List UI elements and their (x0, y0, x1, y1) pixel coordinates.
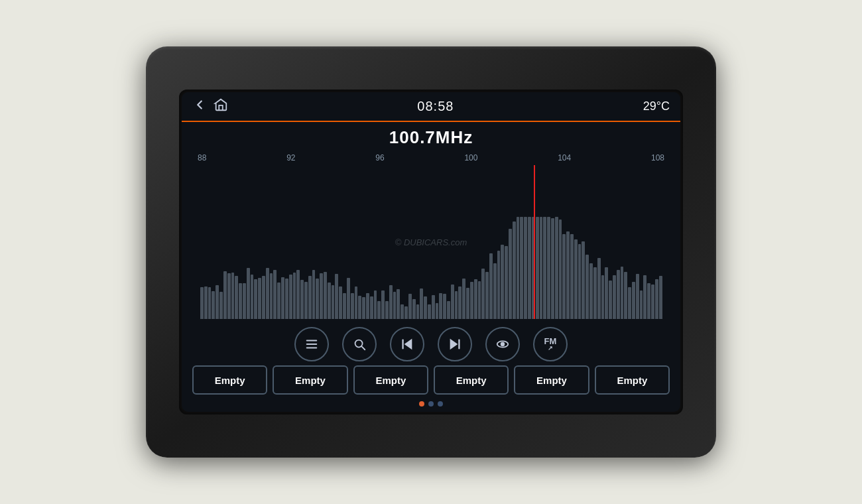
spectrum-bar (324, 272, 327, 319)
spectrum-bar (204, 286, 208, 319)
spectrum-bar (277, 283, 280, 319)
svg-marker-5 (405, 340, 411, 349)
spectrum-bar (547, 217, 550, 319)
spectrum-bar (381, 290, 385, 319)
spectrum-bar (293, 273, 296, 319)
preset-button-6[interactable]: Empty (595, 365, 670, 395)
preset-button-3[interactable]: Empty (353, 365, 428, 395)
tuner-area[interactable]: 88 92 96 100 104 108 © DUBICARS.com (192, 151, 670, 320)
spectrum-bar (339, 286, 342, 319)
page-dot-3[interactable] (438, 401, 443, 407)
spectrum-bar (223, 271, 227, 319)
spectrum-bar (624, 272, 627, 319)
fm-button[interactable]: FM ↗ (533, 327, 568, 361)
spectrum-bar (455, 291, 458, 319)
scale-label-108: 108 (651, 153, 664, 162)
spectrum-bar (513, 221, 516, 319)
header-icons (192, 97, 228, 115)
spectrum-bar (343, 293, 346, 319)
eye-button[interactable] (485, 327, 520, 361)
spectrum-bar (432, 295, 435, 319)
next-track-button[interactable] (438, 327, 472, 361)
spectrum-bar (231, 273, 235, 319)
fm-arrow: ↗ (548, 346, 553, 351)
spectrum-bar (578, 244, 582, 319)
spectrum-bar (551, 218, 554, 319)
spectrum-bar (566, 231, 570, 319)
prev-track-icon (400, 337, 414, 351)
spectrum-bar (366, 293, 369, 319)
spectrum-bar (451, 284, 454, 319)
spectrum-bar (270, 273, 273, 319)
spectrum-bar (643, 275, 646, 319)
preset-button-1[interactable]: Empty (192, 365, 267, 395)
spectrum-bar (216, 285, 219, 319)
spectrum-bar (351, 293, 354, 319)
scale-label-96: 96 (375, 153, 384, 162)
spectrum-bar (347, 278, 350, 319)
spectrum-bar (436, 303, 439, 319)
clock-display: 08:58 (417, 99, 454, 114)
spectrum-bar (585, 255, 589, 319)
spectrum-bar (243, 283, 246, 319)
back-icon[interactable] (192, 97, 207, 115)
spectrum-bar (478, 281, 481, 319)
page-dot-2[interactable] (428, 401, 434, 407)
svg-point-3 (355, 340, 363, 347)
tuner-indicator-line (534, 165, 535, 319)
spectrum-bar (219, 292, 223, 319)
spectrum-bar (400, 304, 404, 319)
preset-button-2[interactable]: Empty (273, 365, 347, 395)
spectrum-bar (574, 239, 578, 319)
header: 08:58 29°C (182, 92, 680, 121)
preset-button-5[interactable]: Empty (514, 365, 589, 395)
spectrum-bar (501, 245, 504, 319)
spectrum-bar (412, 299, 416, 319)
spectrum-bar (304, 282, 308, 319)
spectrum-bar (601, 275, 605, 319)
spectrum-bar (497, 251, 501, 319)
preset-button-4[interactable]: Empty (434, 365, 509, 395)
spectrum-bar (273, 270, 277, 320)
spectrum-bar (485, 272, 489, 319)
spectrum-bar (597, 258, 601, 319)
spectrum-bar (517, 217, 520, 319)
fm-badge: FM ↗ (544, 337, 557, 351)
spectrum-bar (443, 294, 446, 319)
svg-marker-7 (451, 340, 457, 349)
prev-track-button[interactable] (390, 327, 424, 361)
car-bezel: 08:58 29°C 100.7MHz 88 92 96 100 104 108 (146, 46, 716, 458)
spectrum-bar (528, 217, 531, 319)
spectrum-bar (300, 280, 304, 319)
spectrum-bar (562, 234, 566, 319)
page-dot-1[interactable] (419, 401, 424, 407)
back-arrow-svg (192, 97, 207, 112)
spectrum-bar (617, 270, 620, 319)
home-icon[interactable] (214, 97, 228, 115)
menu-button[interactable] (294, 327, 329, 361)
spectrum-bar (621, 267, 624, 319)
search-button[interactable] (342, 327, 377, 361)
spectrum-bar (251, 275, 254, 319)
spectrum-bar (428, 304, 431, 319)
spectrum-bar (312, 270, 316, 319)
spectrum-bar (509, 229, 512, 319)
spectrum-bar (589, 263, 593, 319)
spectrum-bar (439, 293, 442, 319)
scale-label-104: 104 (558, 153, 571, 162)
spectrum-bar (609, 281, 612, 319)
spectrum-bar (520, 217, 523, 319)
svg-line-4 (362, 347, 365, 350)
spectrum-bar (335, 274, 338, 319)
spectrum-bar (613, 275, 616, 319)
spectrum-bar (332, 285, 335, 319)
spectrum-bar (493, 263, 497, 319)
page-dots (182, 401, 680, 412)
spectrum-bar (258, 278, 261, 319)
spectrum-bar (659, 276, 662, 320)
spectrum-bar (385, 301, 389, 319)
spectrum-bar (328, 283, 331, 319)
spectrum-bar (651, 284, 654, 319)
screen-outer: 08:58 29°C 100.7MHz 88 92 96 100 104 108 (179, 90, 683, 414)
spectrum-bar (416, 304, 420, 319)
